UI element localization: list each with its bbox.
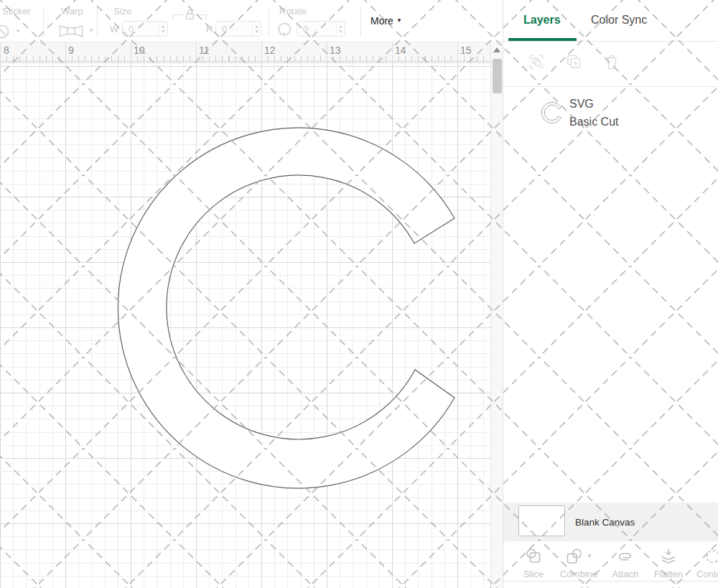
ruler-tick-label: 8 <box>4 45 9 56</box>
layer-thumbnail-c-icon <box>541 99 563 126</box>
combine-button[interactable]: ▼ Combine <box>555 546 602 580</box>
warp-icon <box>59 23 83 39</box>
scroll-up-arrow-icon[interactable] <box>493 47 500 52</box>
bottom-action-bar: Slice ▼ Combine Attach <box>503 541 718 582</box>
tab-layers[interactable]: Layers <box>523 14 561 27</box>
width-letter: W <box>110 24 118 34</box>
combine-icon <box>565 547 584 566</box>
layer-subtitle: Basic Cut <box>569 116 618 129</box>
active-tab-underline <box>508 38 577 41</box>
sticker-button[interactable]: ▼ <box>0 23 21 40</box>
warp-label: Warp <box>61 6 83 17</box>
height-input[interactable] <box>216 22 252 36</box>
width-stepper[interactable]: ▲▼ <box>159 22 167 36</box>
duplicate-icon[interactable] <box>564 52 583 71</box>
delete-icon[interactable] <box>602 52 621 71</box>
chevron-down-icon: ▼ <box>88 28 94 34</box>
ruler-tick-label: 15 <box>460 45 472 56</box>
sticker-icon <box>0 23 11 40</box>
combine-label: Combine <box>555 569 602 579</box>
flatten-label: Flatten <box>647 569 690 579</box>
panel-tabbar: Layers Color Sync <box>503 0 718 42</box>
lock-icon[interactable] <box>185 9 195 21</box>
rotate-icon[interactable] <box>276 22 292 37</box>
scrollbar-thumb[interactable] <box>493 59 502 93</box>
chevron-down-icon: ▼ <box>396 18 402 24</box>
toolbar-divider <box>269 7 269 37</box>
attach-label: Attach <box>604 569 647 579</box>
toolbar-divider <box>43 7 44 37</box>
ruler-tick-label: 12 <box>264 45 276 56</box>
width-input[interactable] <box>123 22 159 36</box>
toolbar-divider <box>97 7 98 37</box>
contour-label: Contour <box>691 569 718 579</box>
width-input-box: ▲▼ <box>122 21 168 37</box>
rotate-label: Rotate <box>279 6 307 17</box>
rotate-input[interactable] <box>297 22 336 36</box>
layer-list-item[interactable]: SVG Basic Cut <box>503 90 718 138</box>
chevron-down-icon: ▼ <box>15 29 21 34</box>
height-stepper[interactable]: ▲▼ <box>252 22 261 36</box>
more-label: More <box>370 15 393 27</box>
design-app-window: { "toolbar": { "sticker_label": "Sticker… <box>0 0 718 588</box>
canvas-scrollbar[interactable] <box>490 42 503 588</box>
layer-title: SVG <box>569 98 594 111</box>
flatten-icon <box>659 547 678 566</box>
attach-button[interactable]: Attach <box>604 546 647 580</box>
blank-canvas-label: Blank Canvas <box>575 517 635 528</box>
ruler-tick-label: 10 <box>134 45 145 56</box>
chevron-down-icon: ▼ <box>587 554 592 559</box>
contour-button[interactable]: Contour <box>691 546 718 580</box>
ruler-tick-label: 9 <box>68 45 74 56</box>
slice-label: Slice <box>512 569 555 579</box>
ruler-tick-label: 14 <box>395 45 406 56</box>
height-input-box: ▲▼ <box>215 21 261 37</box>
top-toolbar: Sticker ▼ Warp ▼ Size W ▲▼ <box>0 0 503 42</box>
slice-icon <box>524 547 543 566</box>
warp-button[interactable]: ▼ <box>59 23 94 39</box>
select-all-icon[interactable] <box>527 52 546 71</box>
right-panel: Layers Color Sync <box>503 0 718 588</box>
rotate-input-box: ▲▼ <box>297 21 345 37</box>
rotate-stepper[interactable]: ▲▼ <box>336 22 345 36</box>
attach-icon <box>616 547 635 566</box>
ruler-tick-label: 11 <box>199 45 210 56</box>
height-letter: H <box>206 24 213 34</box>
contour-icon <box>704 547 718 566</box>
layer-actions-row <box>503 42 718 86</box>
tab-color-sync[interactable]: Color Sync <box>591 14 647 27</box>
blank-canvas-row[interactable]: Blank Canvas <box>503 503 718 541</box>
toolbar-divider <box>360 7 361 37</box>
size-label: Size <box>113 6 131 17</box>
horizontal-ruler: 8 9 10 11 12 13 14 15 <box>0 42 490 62</box>
canvas-color-swatch[interactable] <box>518 505 565 536</box>
more-button[interactable]: More ▼ <box>370 15 402 27</box>
flatten-button[interactable]: Flatten <box>647 546 690 580</box>
ruler-tick-label: 13 <box>330 45 341 56</box>
sticker-label: Sticker <box>2 6 31 17</box>
panel-divider <box>503 86 718 87</box>
letter-c-shape[interactable] <box>0 62 490 588</box>
slice-button[interactable]: Slice <box>512 546 555 580</box>
design-canvas[interactable] <box>0 62 490 588</box>
